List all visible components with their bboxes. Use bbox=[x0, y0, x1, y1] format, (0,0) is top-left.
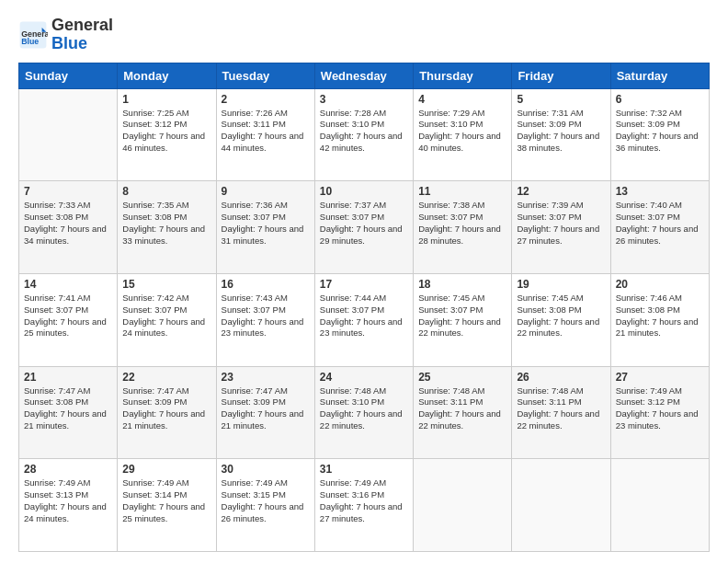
day-number: 3 bbox=[320, 93, 408, 106]
cell-info: Sunrise: 7:31 AMSunset: 3:09 PMDaylight:… bbox=[517, 108, 605, 155]
calendar-cell: 2Sunrise: 7:26 AMSunset: 3:11 PMDaylight… bbox=[216, 88, 314, 181]
cell-info: Sunrise: 7:35 AMSunset: 3:08 PMDaylight:… bbox=[122, 200, 210, 247]
calendar-cell bbox=[414, 459, 512, 552]
cell-info: Sunrise: 7:41 AMSunset: 3:07 PMDaylight:… bbox=[24, 293, 112, 339]
cell-info: Sunrise: 7:32 AMSunset: 3:09 PMDaylight:… bbox=[616, 108, 704, 155]
calendar-cell: 11Sunrise: 7:38 AMSunset: 3:07 PMDayligh… bbox=[414, 181, 512, 274]
day-number: 31 bbox=[320, 463, 408, 476]
day-number: 23 bbox=[222, 371, 310, 384]
day-number: 5 bbox=[517, 93, 605, 106]
day-number: 11 bbox=[418, 185, 506, 198]
calendar-cell: 25Sunrise: 7:48 AMSunset: 3:11 PMDayligh… bbox=[414, 366, 512, 459]
weekday-header-sunday: Sunday bbox=[19, 63, 118, 88]
cell-info: Sunrise: 7:39 AMSunset: 3:07 PMDaylight:… bbox=[517, 200, 605, 247]
cell-info: Sunrise: 7:47 AMSunset: 3:09 PMDaylight:… bbox=[122, 385, 210, 432]
calendar-cell: 23Sunrise: 7:47 AMSunset: 3:09 PMDayligh… bbox=[216, 366, 314, 459]
calendar-cell: 16Sunrise: 7:43 AMSunset: 3:07 PMDayligh… bbox=[216, 273, 314, 366]
calendar-cell: 30Sunrise: 7:49 AMSunset: 3:15 PMDayligh… bbox=[216, 459, 314, 552]
day-number: 17 bbox=[320, 278, 408, 291]
cell-info: Sunrise: 7:38 AMSunset: 3:07 PMDaylight:… bbox=[418, 200, 506, 247]
header: General Blue General Blue bbox=[18, 17, 710, 53]
day-number: 19 bbox=[517, 278, 605, 291]
week-row-5: 28Sunrise: 7:49 AMSunset: 3:13 PMDayligh… bbox=[19, 459, 710, 552]
day-number: 8 bbox=[122, 185, 210, 198]
cell-info: Sunrise: 7:43 AMSunset: 3:07 PMDaylight:… bbox=[222, 293, 310, 339]
weekday-header-wednesday: Wednesday bbox=[314, 63, 413, 88]
logo-text: General Blue bbox=[51, 17, 113, 53]
cell-info: Sunrise: 7:45 AMSunset: 3:08 PMDaylight:… bbox=[517, 293, 605, 339]
day-number: 25 bbox=[418, 371, 506, 384]
day-number: 29 bbox=[122, 463, 210, 476]
cell-info: Sunrise: 7:29 AMSunset: 3:10 PMDaylight:… bbox=[418, 108, 506, 155]
page: General Blue General Blue SundayMondayTu… bbox=[0, 0, 728, 563]
logo-icon: General Blue bbox=[18, 20, 48, 50]
calendar-cell: 9Sunrise: 7:36 AMSunset: 3:07 PMDaylight… bbox=[216, 181, 314, 274]
calendar-cell: 21Sunrise: 7:47 AMSunset: 3:08 PMDayligh… bbox=[19, 366, 118, 459]
day-number: 10 bbox=[320, 185, 408, 198]
calendar-cell: 18Sunrise: 7:45 AMSunset: 3:07 PMDayligh… bbox=[414, 273, 512, 366]
day-number: 13 bbox=[616, 185, 704, 198]
calendar-cell: 26Sunrise: 7:48 AMSunset: 3:11 PMDayligh… bbox=[512, 366, 610, 459]
day-number: 30 bbox=[222, 463, 310, 476]
day-number: 27 bbox=[616, 371, 704, 384]
day-number: 20 bbox=[616, 278, 704, 291]
cell-info: Sunrise: 7:48 AMSunset: 3:10 PMDaylight:… bbox=[320, 385, 408, 432]
calendar-cell bbox=[19, 88, 118, 181]
calendar-cell: 24Sunrise: 7:48 AMSunset: 3:10 PMDayligh… bbox=[314, 366, 413, 459]
day-number: 26 bbox=[517, 371, 605, 384]
calendar-cell: 8Sunrise: 7:35 AMSunset: 3:08 PMDaylight… bbox=[118, 181, 216, 274]
day-number: 28 bbox=[24, 463, 112, 476]
calendar-cell: 27Sunrise: 7:49 AMSunset: 3:12 PMDayligh… bbox=[610, 366, 709, 459]
cell-info: Sunrise: 7:49 AMSunset: 3:16 PMDaylight:… bbox=[320, 477, 408, 524]
cell-info: Sunrise: 7:48 AMSunset: 3:11 PMDaylight:… bbox=[517, 385, 605, 432]
calendar-cell: 13Sunrise: 7:40 AMSunset: 3:07 PMDayligh… bbox=[610, 181, 709, 274]
calendar-cell: 3Sunrise: 7:28 AMSunset: 3:10 PMDaylight… bbox=[314, 88, 413, 181]
calendar-cell: 15Sunrise: 7:42 AMSunset: 3:07 PMDayligh… bbox=[118, 273, 216, 366]
cell-info: Sunrise: 7:44 AMSunset: 3:07 PMDaylight:… bbox=[320, 293, 408, 339]
logo: General Blue General Blue bbox=[18, 17, 113, 53]
cell-info: Sunrise: 7:49 AMSunset: 3:13 PMDaylight:… bbox=[24, 477, 112, 524]
cell-info: Sunrise: 7:49 AMSunset: 3:14 PMDaylight:… bbox=[122, 477, 210, 524]
week-row-1: 1Sunrise: 7:25 AMSunset: 3:12 PMDaylight… bbox=[19, 88, 710, 181]
calendar-table: SundayMondayTuesdayWednesdayThursdayFrid… bbox=[18, 63, 710, 552]
cell-info: Sunrise: 7:49 AMSunset: 3:12 PMDaylight:… bbox=[616, 385, 704, 432]
day-number: 9 bbox=[222, 185, 310, 198]
cell-info: Sunrise: 7:42 AMSunset: 3:07 PMDaylight:… bbox=[122, 293, 210, 339]
day-number: 21 bbox=[24, 371, 112, 384]
weekday-header-friday: Friday bbox=[512, 63, 610, 88]
week-row-4: 21Sunrise: 7:47 AMSunset: 3:08 PMDayligh… bbox=[19, 366, 710, 459]
day-number: 1 bbox=[122, 93, 210, 106]
cell-info: Sunrise: 7:25 AMSunset: 3:12 PMDaylight:… bbox=[122, 108, 210, 155]
day-number: 7 bbox=[24, 185, 112, 198]
cell-info: Sunrise: 7:33 AMSunset: 3:08 PMDaylight:… bbox=[24, 200, 112, 247]
day-number: 15 bbox=[122, 278, 210, 291]
cell-info: Sunrise: 7:26 AMSunset: 3:11 PMDaylight:… bbox=[222, 108, 310, 155]
calendar-cell: 12Sunrise: 7:39 AMSunset: 3:07 PMDayligh… bbox=[512, 181, 610, 274]
calendar-cell: 5Sunrise: 7:31 AMSunset: 3:09 PMDaylight… bbox=[512, 88, 610, 181]
calendar-cell: 6Sunrise: 7:32 AMSunset: 3:09 PMDaylight… bbox=[610, 88, 709, 181]
week-row-2: 7Sunrise: 7:33 AMSunset: 3:08 PMDaylight… bbox=[19, 181, 710, 274]
logo-general: General bbox=[51, 16, 113, 34]
calendar-cell: 10Sunrise: 7:37 AMSunset: 3:07 PMDayligh… bbox=[314, 181, 413, 274]
weekday-header-saturday: Saturday bbox=[610, 63, 709, 88]
day-number: 14 bbox=[24, 278, 112, 291]
calendar-cell: 1Sunrise: 7:25 AMSunset: 3:12 PMDaylight… bbox=[118, 88, 216, 181]
cell-info: Sunrise: 7:28 AMSunset: 3:10 PMDaylight:… bbox=[320, 108, 408, 155]
day-number: 18 bbox=[418, 278, 506, 291]
cell-info: Sunrise: 7:48 AMSunset: 3:11 PMDaylight:… bbox=[418, 385, 506, 432]
day-number: 6 bbox=[616, 93, 704, 106]
calendar-cell: 28Sunrise: 7:49 AMSunset: 3:13 PMDayligh… bbox=[19, 459, 118, 552]
calendar-cell: 7Sunrise: 7:33 AMSunset: 3:08 PMDaylight… bbox=[19, 181, 118, 274]
calendar-cell: 19Sunrise: 7:45 AMSunset: 3:08 PMDayligh… bbox=[512, 273, 610, 366]
cell-info: Sunrise: 7:45 AMSunset: 3:07 PMDaylight:… bbox=[418, 293, 506, 339]
calendar-cell: 14Sunrise: 7:41 AMSunset: 3:07 PMDayligh… bbox=[19, 273, 118, 366]
calendar-cell: 22Sunrise: 7:47 AMSunset: 3:09 PMDayligh… bbox=[118, 366, 216, 459]
weekday-header-tuesday: Tuesday bbox=[216, 63, 314, 88]
weekday-header-row: SundayMondayTuesdayWednesdayThursdayFrid… bbox=[19, 63, 710, 88]
cell-info: Sunrise: 7:49 AMSunset: 3:15 PMDaylight:… bbox=[222, 477, 310, 524]
day-number: 12 bbox=[517, 185, 605, 198]
logo-blue: Blue bbox=[51, 34, 87, 52]
day-number: 2 bbox=[222, 93, 310, 106]
calendar-cell bbox=[512, 459, 610, 552]
day-number: 22 bbox=[122, 371, 210, 384]
